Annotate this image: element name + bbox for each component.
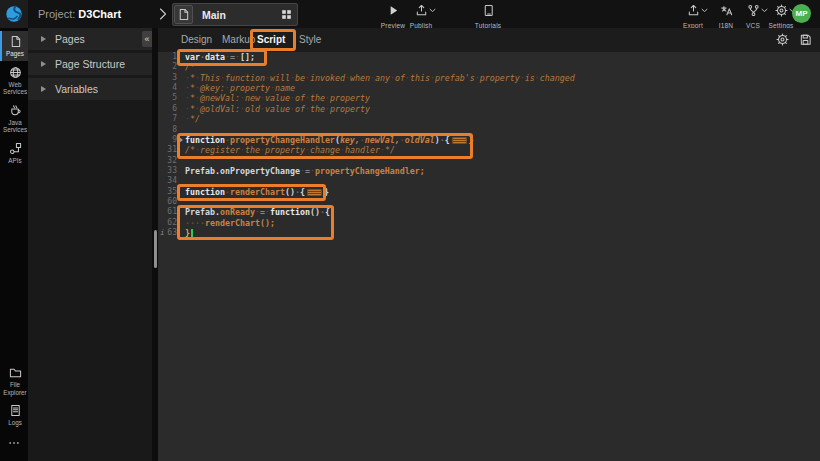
tab-markup[interactable]: Markup [222,28,255,52]
chevron-down-icon [429,8,436,13]
line-number: 33 [158,166,177,176]
line-number: 8 [158,125,177,135]
wavemaker-logo-icon [5,5,23,23]
line-number: 7 [158,114,177,124]
sidebar-item-java-services[interactable]: Java Services [0,100,28,137]
code-line-34: 34 [158,176,820,186]
panel-section-page-structure[interactable]: Page Structure [28,53,152,75]
page-tab-main[interactable]: Main [172,3,298,26]
chevron-right-icon[interactable] [159,8,167,20]
line-number: 6 [158,104,177,114]
line-number: 32 [158,156,177,166]
expand-arrow-icon [41,61,46,67]
topbar-tutorials-button[interactable]: Tutorials [469,3,507,29]
nodes-icon [9,142,22,155]
project-name: Project: D3Chart [38,8,121,20]
line-number: 9 [158,135,177,145]
wavemaker-studio-window: Project: D3Chart Main PreviewPublishTuto… [0,0,820,461]
tab-script[interactable]: Script [257,28,285,52]
expand-arrow-icon [41,86,46,92]
code-line-2: 2/* [158,62,820,72]
folder-icon [9,366,22,379]
code-line-8: 8 [158,125,820,135]
branch-icon [747,4,760,17]
page-file-icon [174,5,193,24]
line-number: 35 [158,187,177,197]
export-icon [687,4,700,17]
code-line-33: 33Prefab.onPropertyChange·=·propertyChan… [158,166,820,176]
publish-icon [415,4,428,17]
code-line-32: 32 [158,156,820,166]
sidebar-item-file-explorer[interactable]: File Explorer [0,362,28,399]
user-avatar[interactable]: MP [792,4,811,23]
script-editor-area: DesignMarkupScriptStyle 1var·data·=·[];2… [158,28,820,461]
code-line-7: 7·*/ [158,114,820,124]
tab-design[interactable]: Design [181,28,212,52]
lint-info-marker: i [160,228,165,238]
sidebar-item-apis[interactable]: APIs [0,138,28,168]
line-number: 2 [158,62,177,72]
text-cursor [191,229,193,238]
line-number: 60 [158,197,177,207]
more-options-button[interactable] [0,431,28,461]
editor-tab-bar: DesignMarkupScriptStyle [158,28,820,52]
pages-panel: PagesPage StructureVariables « [28,28,152,461]
line-number: 5 [158,93,177,103]
code-line-62: 62····renderChart(); [158,218,820,228]
top-bar: Project: D3Chart Main PreviewPublishTuto… [0,0,820,29]
fold-arrow-icon[interactable] [179,137,183,143]
line-number: 34 [158,176,177,186]
line-number: 61 [158,207,177,217]
sidebar-item-web-services[interactable]: Web Services [0,62,28,99]
line-number: 1 [158,52,177,62]
editor-settings-gear-icon[interactable] [776,33,789,46]
ellipsis-icon [8,437,20,449]
code-line-3: 3·*·This·function·will·be·invoked·when·a… [158,73,820,83]
panel-collapse-button[interactable]: « [142,31,152,47]
code-line-9: 9function·propertyChangeHandler(key,·new… [158,135,820,145]
code-line-60: 60 [158,197,820,207]
code-line-31: 31/*·register·the·property·change·handle… [158,145,820,155]
book-icon [482,4,495,17]
code-line-4: 4·*·@key:·property·name [158,83,820,93]
line-number: 62 [158,218,177,228]
line-number: 4 [158,83,177,93]
line-number: i63 [158,228,177,238]
translate-icon [720,4,733,17]
tab-style[interactable]: Style [299,28,321,52]
code-line-6: 6·*·@oldVal:·old·value·of·the·property [158,104,820,114]
save-icon[interactable] [799,33,812,46]
code-editor[interactable]: 1var·data·=·[];2/*3·*·This·function·will… [158,52,820,461]
page-icon [177,8,190,21]
left-icon-rail: PagesWeb ServicesJava ServicesAPIsFile E… [0,28,28,461]
page-tab-label: Main [202,9,226,21]
expand-arrow-icon [41,36,46,42]
sidebar-item-logs[interactable]: Logs [0,400,28,430]
code-line-35: 35function·renderChart()·{} [158,187,820,197]
cup-icon [9,104,22,117]
line-number: 31 [158,145,177,155]
doc-lines-icon [9,404,22,417]
dashboard-grid-icon[interactable] [281,9,292,20]
collapsed-code-widget[interactable] [452,137,467,144]
play-icon [387,4,400,17]
scrollbar-thumb[interactable] [154,230,157,268]
code-line-1: 1var·data·=·[]; [158,52,820,62]
editor-toolbar [776,33,812,46]
code-line-63: i63} [158,228,820,238]
globe-icon [9,66,22,79]
line-number: 3 [158,73,177,83]
code-line-5: 5·*·@newVal:·new·value·of·the·property [158,93,820,103]
panel-section-pages[interactable]: Pages [28,28,152,50]
app-logo[interactable] [0,0,28,28]
page-icon [9,35,22,48]
gear-icon [775,4,788,17]
sidebar-item-pages[interactable]: Pages [0,31,28,61]
topbar-publish-button[interactable]: Publish [402,3,440,29]
code-line-61: 61Prefab.onReady·=·function()·{ [158,207,820,217]
collapsed-code-widget[interactable] [307,189,322,196]
panel-section-variables[interactable]: Variables [28,78,152,100]
